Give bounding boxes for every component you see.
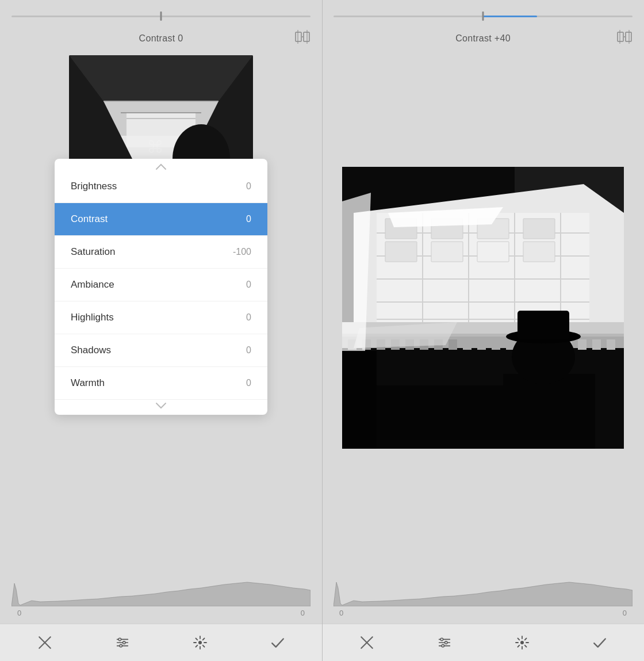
svg-point-95 [440, 638, 443, 641]
toolbar-left [0, 624, 322, 661]
svg-point-22 [122, 641, 125, 644]
auto-button-left[interactable] [187, 630, 213, 655]
svg-line-30 [202, 639, 204, 640]
svg-rect-71 [477, 339, 486, 350]
adjustments-button-left[interactable] [110, 630, 135, 655]
menu-item-highlights-label: Highlights [71, 312, 114, 323]
menu-item-highlights-value: 0 [246, 312, 251, 323]
menu-item-saturation[interactable]: Saturation -100 [55, 236, 267, 269]
contrast-label-left: Contrast 0 [139, 33, 183, 44]
histogram-labels-right: 0 0 [334, 609, 632, 617]
panel-divider [322, 0, 323, 661]
svg-point-96 [444, 641, 447, 644]
svg-rect-33 [618, 32, 623, 41]
svg-rect-34 [626, 32, 631, 41]
svg-line-31 [195, 645, 197, 647]
menu-item-highlights[interactable]: Highlights 0 [55, 301, 267, 334]
chevron-down [55, 400, 267, 415]
toolbar-right [322, 624, 644, 661]
menu-item-warmth[interactable]: Warmth 0 [55, 367, 267, 400]
menu-item-brightness-value: 0 [246, 181, 251, 192]
svg-point-21 [118, 638, 121, 641]
right-panel: Contrast +40 [322, 0, 644, 661]
svg-rect-86 [342, 351, 377, 449]
left-panel: Contrast 0 [0, 0, 322, 661]
svg-text:⌘: ⌘ [147, 137, 164, 156]
svg-rect-54 [431, 242, 463, 262]
histogram-label-left-min: 0 [17, 609, 21, 617]
chevron-up [55, 159, 267, 170]
menu-item-ambiance-value: 0 [246, 280, 251, 290]
contrast-header-right: Contrast +40 [322, 30, 644, 44]
adjustments-button-right[interactable] [432, 630, 457, 655]
menu-item-saturation-label: Saturation [71, 246, 116, 258]
svg-rect-69 [448, 339, 457, 350]
menu-item-warmth-label: Warmth [71, 377, 105, 389]
svg-rect-78 [578, 339, 586, 350]
svg-rect-58 [523, 242, 555, 262]
svg-line-105 [518, 645, 519, 647]
contrast-slider-right[interactable] [322, 5, 644, 28]
menu-item-contrast[interactable]: Contrast 0 [55, 203, 267, 236]
contrast-slider-left[interactable] [0, 5, 322, 28]
confirm-button-left[interactable] [265, 630, 290, 655]
menu-item-ambiance[interactable]: Ambiance 0 [55, 269, 267, 301]
svg-rect-57 [523, 219, 555, 239]
confirm-button-right[interactable] [587, 630, 612, 655]
svg-point-97 [441, 644, 444, 647]
svg-line-103 [524, 645, 526, 647]
svg-point-23 [119, 644, 122, 647]
svg-line-104 [524, 639, 526, 640]
histogram-label-left-max: 0 [301, 609, 305, 617]
histogram-label-right-max: 0 [623, 609, 627, 617]
menu-item-shadows-label: Shadows [71, 345, 111, 356]
cancel-button-left[interactable] [32, 630, 57, 655]
svg-point-32 [198, 641, 202, 644]
svg-rect-1 [304, 32, 309, 41]
svg-rect-56 [477, 242, 509, 262]
contrast-label-right: Contrast +40 [455, 33, 511, 44]
menu-item-ambiance-label: Ambiance [71, 279, 114, 291]
menu-item-saturation-value: -100 [233, 247, 251, 257]
svg-rect-81 [503, 374, 595, 449]
photo-area-right [322, 44, 644, 572]
svg-rect-72 [492, 339, 500, 350]
menu-item-contrast-value: 0 [246, 214, 251, 224]
photo-main-right [342, 167, 624, 449]
histogram-left: 0 0 [0, 572, 322, 618]
menu-item-brightness-label: Brightness [71, 181, 117, 192]
menu-item-shadows[interactable]: Shadows 0 [55, 334, 267, 367]
menu-item-warmth-value: 0 [246, 378, 251, 388]
svg-rect-70 [463, 339, 471, 350]
histogram-labels-left: 0 0 [12, 609, 310, 617]
menu-item-contrast-label: Contrast [71, 213, 108, 225]
svg-rect-80 [607, 339, 615, 350]
svg-line-28 [195, 639, 197, 640]
svg-rect-0 [296, 32, 301, 41]
cancel-button-right[interactable] [354, 630, 379, 655]
svg-rect-79 [592, 339, 601, 350]
svg-line-102 [518, 639, 519, 640]
adjustment-menu: Brightness 0 Contrast 0 Saturation -100 … [55, 159, 267, 415]
menu-item-brightness[interactable]: Brightness 0 [55, 170, 267, 203]
histogram-label-right-min: 0 [339, 609, 343, 617]
auto-button-right[interactable] [509, 630, 535, 655]
menu-item-shadows-value: 0 [246, 345, 251, 356]
svg-line-29 [202, 645, 204, 647]
histogram-right: 0 0 [322, 572, 644, 618]
photo-area-left: ⌘ Brightness 0 Contrast 0 Saturation -10 [0, 44, 322, 572]
svg-rect-84 [518, 311, 569, 339]
svg-point-106 [520, 641, 524, 644]
svg-rect-52 [385, 242, 417, 262]
